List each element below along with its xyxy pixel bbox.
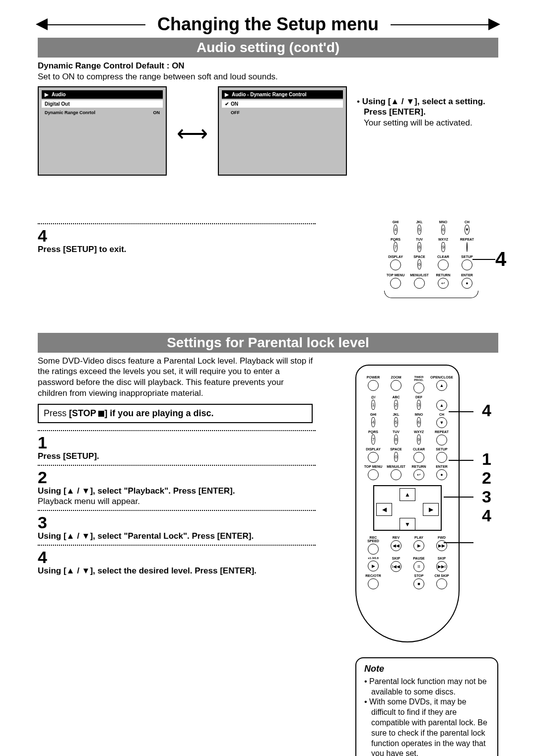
skip-back-icon: I◀◀ bbox=[391, 561, 402, 572]
step-number-4b: 4 bbox=[38, 549, 316, 566]
playback-icon: ▶ bbox=[225, 92, 229, 97]
rev-icon: ◀◀ bbox=[391, 540, 402, 551]
osd-audio-menu: ▶Audio Digital Out Dynamic Range Conrtol… bbox=[38, 86, 167, 176]
nav-right-icon: ▶ bbox=[423, 503, 439, 516]
instr-activated: Your setting will be activated. bbox=[364, 118, 472, 127]
nav-pad: ▲ ◀ ▶ ▼ bbox=[373, 485, 442, 531]
section-parental-heading: Settings for Parental lock level bbox=[38, 333, 498, 353]
stop-button-icon: ■ bbox=[413, 578, 424, 589]
decor-arrow-left-icon bbox=[36, 18, 48, 30]
playback-icon: ▶ bbox=[45, 92, 49, 97]
instr-select-setting: Using [▲ / ▼], select a setting. Press [… bbox=[362, 97, 485, 117]
section-audio-heading: Audio setting (cont'd) bbox=[38, 38, 498, 58]
drc-desc: Set to ON to compress the range between … bbox=[38, 71, 498, 82]
stop-icon bbox=[98, 411, 104, 417]
ch-down-icon: ▼ bbox=[436, 417, 447, 428]
step-4-text: Using [▲ / ▼], select the desired level.… bbox=[38, 566, 316, 576]
osd-drc-submenu: ▶Audio - Dynamic Range Control ✔ON OFF bbox=[218, 86, 347, 176]
drc-heading: Dynamic Range Control Default : ON bbox=[38, 61, 498, 71]
return-icon: ↩ bbox=[438, 278, 449, 289]
note-item: With some DVDs, it may be difficult to f… bbox=[364, 697, 489, 756]
note-item: Parental lock function may not be availa… bbox=[364, 677, 489, 697]
pointer-setup-4: 4 bbox=[495, 248, 506, 270]
play-icon: ▶ bbox=[413, 540, 424, 551]
step-number-2: 2 bbox=[38, 469, 316, 486]
remote-full-diagram: POWER ZOOM TIMER PROG. OPEN/CLOSE▲ @/1 A… bbox=[355, 365, 460, 642]
page-title-bar: Changing the Setup menu bbox=[38, 14, 498, 35]
open-close-icon: ▲ bbox=[436, 380, 447, 391]
parental-intro: Some DVD-Video discs feature a Parental … bbox=[38, 356, 316, 399]
step-number-4a: 4 bbox=[38, 227, 316, 244]
step-3-text: Using [▲ / ▼], select "Parental Lock". P… bbox=[38, 531, 316, 542]
step4-text: Press [SETUP] to exit. bbox=[38, 244, 316, 255]
pause-icon: II bbox=[413, 561, 424, 572]
remote-partial-diagram: GHI4 JKL5 MNO6 CH▼ PQRS7 TUV8 WXYZ9 REPE… bbox=[384, 220, 478, 298]
step-1-text: Press [SETUP]. bbox=[38, 451, 316, 462]
double-arrow-icon: ⟷ bbox=[177, 86, 208, 181]
note-box: Note Parental lock function may not be a… bbox=[355, 657, 498, 756]
step-number-1: 1 bbox=[38, 434, 316, 451]
remote-pointer-4b: 4 bbox=[482, 506, 491, 525]
enter-icon: ● bbox=[462, 278, 472, 289]
speed-icon: ▶ bbox=[368, 561, 379, 571]
remote-pointer-3: 3 bbox=[482, 488, 491, 506]
nav-up-icon: ▲ bbox=[400, 488, 415, 501]
nav-down-icon: ▼ bbox=[400, 518, 415, 531]
note-heading: Note bbox=[364, 663, 489, 675]
setup-button-icon bbox=[436, 452, 447, 463]
remote-pointer-1: 1 bbox=[482, 450, 491, 468]
setup-button-icon bbox=[462, 259, 472, 270]
remote-pointer-2: 2 bbox=[482, 469, 491, 487]
nav-left-icon: ◀ bbox=[376, 503, 392, 516]
stop-instruction-box: Press [STOP ] if you are playing a disc. bbox=[38, 404, 313, 423]
step-number-3: 3 bbox=[38, 514, 316, 531]
skip-fwd-icon: ▶▶I bbox=[436, 561, 447, 572]
decor-arrow-right-icon bbox=[488, 18, 500, 30]
ch-down-icon: ▼ bbox=[465, 225, 470, 235]
enter-icon: ● bbox=[436, 469, 447, 480]
return-icon: ↩ bbox=[413, 469, 424, 480]
ch-up-icon: ▲ bbox=[436, 400, 447, 411]
page-title: Changing the Setup menu bbox=[145, 14, 391, 35]
remote-pointer-4a: 4 bbox=[482, 401, 491, 420]
check-icon: ✔ bbox=[225, 101, 231, 107]
step-2-sub: Playback menu will appear. bbox=[38, 496, 316, 507]
step-2-text: Using [▲ / ▼], select "Playback". Press … bbox=[38, 486, 316, 497]
